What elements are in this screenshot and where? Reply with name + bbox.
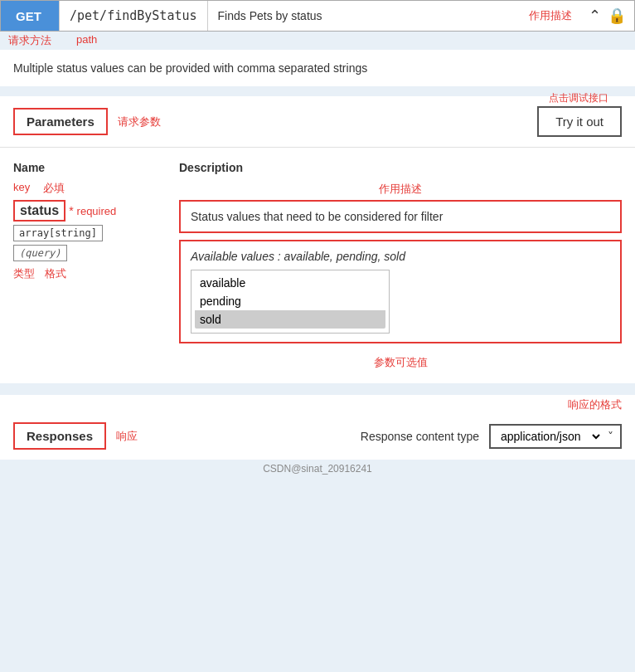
param-name: status <box>13 200 65 222</box>
format-box: (query) <box>13 245 67 261</box>
desc-box: Status values that need to be considered… <box>179 200 622 233</box>
content-type-select-wrapper[interactable]: application/json application/xml text/pl… <box>489 424 622 449</box>
description-section: Multiple status values can be provided w… <box>0 50 635 86</box>
type-box-wrapper: array[string] <box>13 225 179 241</box>
option-pending[interactable]: pending <box>195 292 385 310</box>
format-annotation-label: 格式 <box>45 266 66 281</box>
param-status-box: status * required <box>13 200 179 222</box>
section-divider <box>0 86 635 96</box>
responses-label: Responses <box>13 422 106 450</box>
required-star: * <box>69 204 73 217</box>
required-label-annotation: 必填 <box>43 181 65 197</box>
try-button-wrapper: 点击调试接口 Try it out <box>537 106 622 137</box>
required-text: required <box>77 205 117 217</box>
parameters-label: Parameters <box>13 108 108 135</box>
content-type-select[interactable]: application/json application/xml text/pl… <box>497 429 603 444</box>
format-annotation-wrapper: 响应的格式 <box>0 395 635 412</box>
col-desc-header: Description <box>179 161 622 174</box>
watermark: CSDN@sinat_20916241 <box>0 460 635 478</box>
header-controls: ⌃ 🔒 <box>580 1 634 31</box>
collapse-icon[interactable]: ⌃ <box>589 7 601 25</box>
parameters-table: Name Description key 必填 作用描述 status * <box>0 148 635 383</box>
responses-section: 响应的格式 Responses 响应 Response content type… <box>0 393 635 460</box>
option-sold[interactable]: sold <box>195 310 385 329</box>
type-box: array[string] <box>13 225 103 241</box>
desc-annotation: 作用描述 <box>379 183 422 195</box>
header-annotation-desc: 作用描述 <box>521 1 580 31</box>
col-name-header: Name <box>13 161 179 174</box>
key-annotations-row: key 必填 作用描述 <box>13 181 622 197</box>
method-annotation: 请求方法 <box>8 33 51 48</box>
lock-icon: 🔒 <box>608 7 626 25</box>
format-box-wrapper: (query) <box>13 245 179 261</box>
param-name-col: status * required array[string] (query) <box>13 200 179 281</box>
outer-annotations: 请求方法 path <box>0 32 635 50</box>
dropdown-arrow-icon: ˅ <box>608 430 613 443</box>
type-annotation: 类型 <box>13 266 35 281</box>
key-required-labels: key 必填 <box>13 181 179 197</box>
optional-annotation: 参数可选值 <box>179 350 622 375</box>
responses-annotation: 响应 <box>116 429 138 444</box>
method-label: GET <box>16 9 41 23</box>
format-annotation-text: 响应的格式 <box>568 398 622 411</box>
path-text: /pet/findByStatus <box>59 1 208 31</box>
desc-annotation-wrapper: 作用描述 <box>179 181 622 197</box>
desc-annotation-label: 作用描述 <box>529 8 572 23</box>
param-desc-col: Status values that need to be considered… <box>179 200 622 375</box>
key-label: key <box>13 181 30 197</box>
responses-header: Responses 响应 Response content type appli… <box>0 412 635 460</box>
param-row: status * required array[string] (query) <box>13 200 622 375</box>
path-annotation: path <box>76 33 97 48</box>
parameters-section: Parameters 请求参数 点击调试接口 Try it out Name D… <box>0 96 635 383</box>
values-select[interactable]: available pending sold <box>195 274 385 329</box>
req-params-annotation: 请求参数 <box>118 114 161 129</box>
content-type-label: Response content type <box>361 430 479 443</box>
available-values-label: Available values : available, pending, s… <box>191 250 610 263</box>
type-format-annotations: 类型 格式 <box>13 266 179 281</box>
option-available[interactable]: available <box>195 274 385 292</box>
try-annotation: 点击调试接口 <box>549 91 608 105</box>
param-table-header: Name Description <box>13 161 622 174</box>
header-row: GET /pet/findByStatus Finds Pets by stat… <box>0 0 635 32</box>
parameters-header: Parameters 请求参数 点击调试接口 Try it out <box>0 96 635 148</box>
path-value: /pet/findByStatus <box>70 8 197 23</box>
required-badge: required <box>77 205 117 217</box>
available-values-box: Available values : available, pending, s… <box>179 240 622 343</box>
main-container: GET /pet/findByStatus Finds Pets by stat… <box>0 0 635 478</box>
values-select-wrapper[interactable]: available pending sold <box>191 270 390 334</box>
method-badge: GET <box>1 1 59 31</box>
summary-text: Finds Pets by status <box>208 1 521 31</box>
try-it-out-button[interactable]: Try it out <box>537 106 622 137</box>
description-text: Multiple status values can be provided w… <box>13 61 622 75</box>
summary-value: Finds Pets by status <box>218 9 322 22</box>
